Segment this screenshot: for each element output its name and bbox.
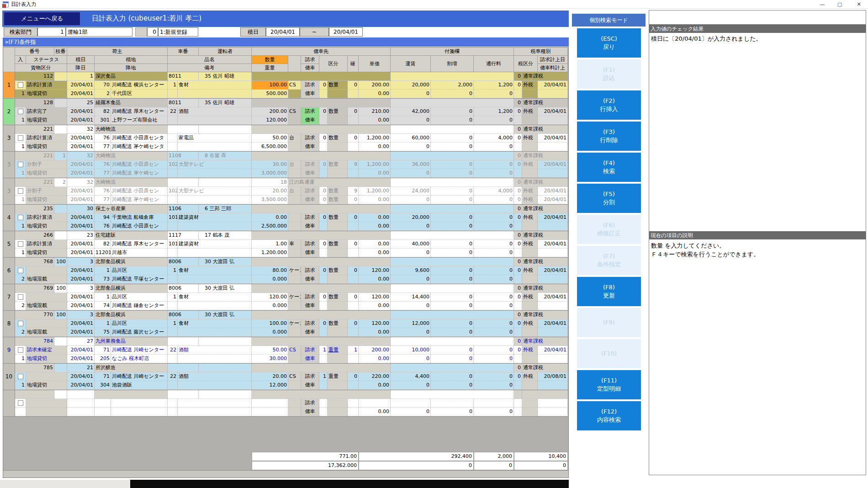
cell-unload-place-code[interactable]: 205	[95, 355, 111, 363]
cell-shipper-name[interactable]: 北部食品横浜	[95, 258, 168, 266]
cell-taxrate-name[interactable]: 通常課税	[522, 337, 568, 346]
cell-surcharge[interactable]: 0	[431, 187, 474, 196]
cell-remark-code[interactable]	[168, 275, 178, 284]
cell-surcharge[interactable]: 0	[431, 134, 474, 143]
cell-toll[interactable]: 0	[474, 372, 514, 381]
cell-unit[interactable]: ケース	[288, 293, 301, 302]
cell-unload-place-code[interactable]: 74	[95, 302, 111, 310]
cell-charter-price[interactable]: 0.00	[359, 90, 391, 98]
cell-tax-name2[interactable]	[522, 355, 538, 363]
cell-weight[interactable]: 3,000.000	[252, 169, 288, 178]
cell-load-date[interactable]: 20/04/01	[67, 346, 95, 355]
cell-kubun-code[interactable]: 1	[319, 346, 328, 355]
cell-shipper-code[interactable]: 32	[67, 178, 95, 187]
cell-invoice-date[interactable]: 20/04/01	[538, 293, 568, 302]
cell-invoice-date[interactable]: 20/04/01	[538, 213, 568, 222]
cell-kubun-code2[interactable]	[319, 381, 328, 390]
cell-tax-code[interactable]: 0	[514, 213, 522, 222]
cell-kubun-name[interactable]: 数量	[328, 266, 348, 275]
cell-branch-number[interactable]	[54, 99, 67, 107]
cell-load-place-code[interactable]: 70	[95, 81, 111, 90]
cell-vehicle-number[interactable]	[168, 390, 199, 399]
cell-charter-fare[interactable]: 0	[391, 355, 431, 363]
cell-charter-toll[interactable]: 0	[474, 381, 514, 390]
cell-taxrate-code[interactable]: 0	[514, 205, 522, 213]
cell-confirm[interactable]: 0	[348, 293, 359, 302]
cell-cargo-kind[interactable]: 地場貸切	[26, 222, 67, 231]
cell-order-number[interactable]: 221	[15, 125, 54, 134]
cell-item-code[interactable]: 1	[168, 319, 178, 328]
cell-invoice-date[interactable]	[538, 399, 568, 408]
cell-toll[interactable]	[474, 399, 514, 408]
cell-tax-code[interactable]: 0	[514, 346, 522, 355]
cell-shipper-name[interactable]: 綾羅木食品	[95, 99, 168, 107]
cell-item-name[interactable]: 酒類	[178, 107, 252, 116]
cell-charter-fare[interactable]: 0	[391, 116, 431, 125]
cell-charter-surcharge[interactable]: 0	[431, 143, 474, 151]
cell-branch-number[interactable]: 100	[54, 311, 67, 319]
cell-invoice-date[interactable]: 20/04/01	[538, 319, 568, 328]
cell-item-name[interactable]: 建築資材	[178, 213, 252, 222]
cell-cargo-kind[interactable]: 地場貸切	[26, 381, 67, 390]
cell-tax-name2[interactable]	[522, 90, 538, 98]
cell-cargo-code[interactable]: 1	[15, 169, 26, 178]
cell-taxrate-name[interactable]: 通常課税	[522, 284, 568, 293]
cell-tax-name[interactable]: 外税	[522, 319, 538, 328]
cell-status[interactable]: 分割子	[26, 187, 67, 196]
cell-vehicle-number[interactable]: 8006	[168, 258, 199, 266]
cell-cargo-code[interactable]	[15, 408, 26, 416]
cell-charter-fare[interactable]: 0	[391, 302, 431, 310]
cell-vehicle-number[interactable]	[168, 125, 199, 134]
cell-item-name[interactable]: 酒類	[178, 372, 252, 381]
cell-tax-name2[interactable]	[522, 169, 538, 178]
cell-fare[interactable]: 60,000	[391, 134, 431, 143]
cell-unload-place-code[interactable]: 75	[95, 328, 111, 337]
cell-kubun-code2[interactable]: 0	[319, 196, 328, 204]
row-checkbox[interactable]	[18, 400, 23, 406]
row-checkbox[interactable]	[18, 109, 23, 114]
cell-cargo-code[interactable]: 1	[15, 381, 26, 390]
cell-shipper-name[interactable]: 大崎物流	[95, 125, 168, 134]
cell-cargo-code[interactable]: 1	[15, 249, 26, 257]
cell-item-code[interactable]: 22	[168, 372, 178, 381]
cell-item-name[interactable]: 食材	[178, 293, 252, 302]
cell-order-number[interactable]: 266	[15, 231, 54, 240]
cell-tax-name2[interactable]	[522, 328, 538, 337]
cell-unload-place-name[interactable]: 川崎配送 茅ケ崎セン	[111, 169, 168, 178]
cell-remark-code[interactable]	[168, 116, 178, 125]
cell-tax-name[interactable]: 外税	[522, 240, 538, 249]
search-dept-name[interactable]: 運輸1部	[66, 27, 132, 37]
cell-status[interactable]	[26, 372, 67, 381]
cell-load-date[interactable]: 20/04/01	[67, 372, 95, 381]
cell-invoice-date[interactable]: 20/04/01	[538, 160, 568, 169]
cell-unload-date[interactable]: 20/04/01	[67, 355, 95, 363]
cell-kubun-code[interactable]	[319, 399, 328, 408]
cell-kubun-name2[interactable]	[328, 302, 348, 310]
cell-invoice-date[interactable]: 20/04/01	[538, 81, 568, 90]
cell-unload-place-name[interactable]: 川崎配送 平塚センター	[111, 275, 168, 284]
cell-charter-fare[interactable]: 0	[391, 143, 431, 151]
cell-taxrate-name[interactable]: 通常課税	[522, 178, 568, 187]
cell-cargo-code[interactable]: 1	[15, 116, 26, 125]
cell-charter-price[interactable]: 0.00	[359, 222, 391, 231]
cell-load-place-code[interactable]: 1	[95, 266, 111, 275]
cell-weight[interactable]: 2,500.000	[252, 222, 288, 231]
cell-vehicle-number[interactable]: 8011	[168, 99, 199, 107]
cell-cargo-kind[interactable]: 地場貸切	[26, 116, 67, 125]
cell-item-name[interactable]	[178, 399, 252, 408]
cell-surcharge[interactable]: 0	[431, 240, 474, 249]
cell-tax-name2[interactable]	[522, 408, 538, 416]
cell-charter-price[interactable]: 0.00	[359, 275, 391, 284]
cell-kubun-name[interactable]: 数量	[328, 213, 348, 222]
cell-quantity[interactable]: 100.00	[252, 319, 288, 328]
cell-branch-number[interactable]	[54, 337, 67, 346]
cell-remark[interactable]	[178, 249, 252, 257]
cell-load-place-name[interactable]: 川崎配送 川崎センター	[111, 346, 168, 355]
cell-invoice-date[interactable]: 20/04/01	[538, 107, 568, 116]
row-checkbox[interactable]	[18, 162, 23, 167]
cell-load-place-name[interactable]: 川崎配送 小田原センタ	[111, 134, 168, 143]
cell-status[interactable]	[26, 293, 67, 302]
cell-confirm[interactable]	[348, 399, 359, 408]
cell-quantity[interactable]	[252, 399, 288, 408]
cell-kubun-code[interactable]: 0	[319, 134, 328, 143]
